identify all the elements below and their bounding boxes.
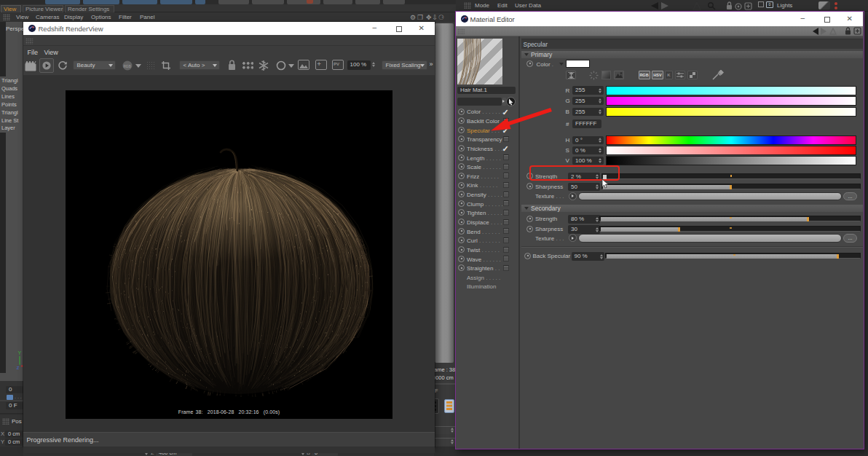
svg-text:Y: Y: [17, 350, 21, 355]
svg-text:RGB: RGB: [123, 64, 131, 68]
svg-text:Z: Z: [17, 366, 20, 370]
